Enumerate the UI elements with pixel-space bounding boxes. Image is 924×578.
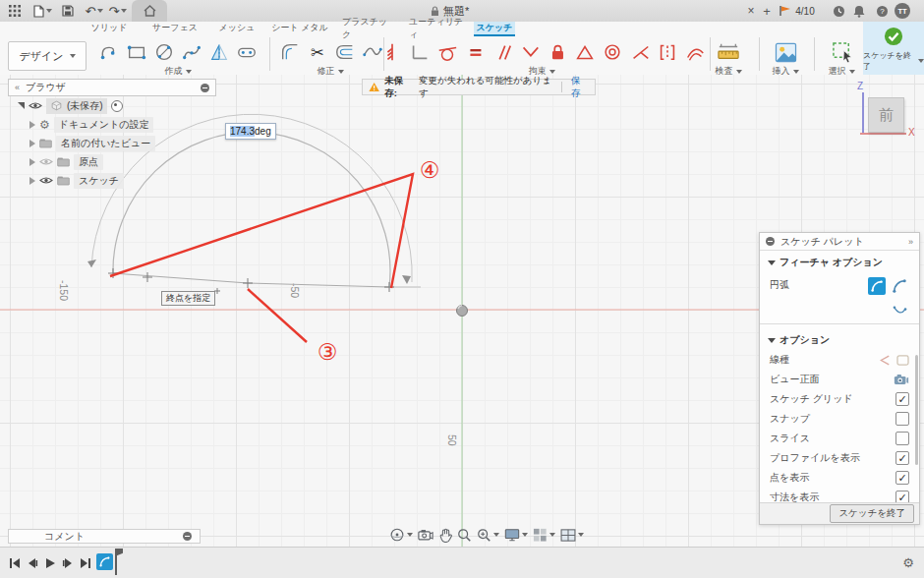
create-rectangle-tool[interactable]: [124, 39, 149, 65]
user-avatar[interactable]: TT: [893, 0, 912, 22]
create-spline-tool[interactable]: [179, 39, 204, 65]
constraint-lock-tool[interactable]: [545, 39, 570, 65]
dock-panel-icon[interactable]: »: [908, 237, 913, 247]
help-button[interactable]: ?: [873, 0, 891, 22]
tab-plastic[interactable]: プラスチック: [342, 22, 395, 34]
constraint-collinear-tool[interactable]: [627, 39, 653, 65]
redo-button[interactable]: ↷: [106, 0, 130, 22]
constraint-horizontal-vertical-tool[interactable]: [407, 39, 433, 65]
panel-menu-icon[interactable]: [183, 532, 192, 541]
show-profile-checkbox[interactable]: [895, 451, 909, 465]
panel-menu-icon[interactable]: [766, 237, 775, 246]
collapse-panel-icon[interactable]: «: [15, 83, 20, 92]
file-menu-button[interactable]: [31, 0, 53, 22]
sketch-grid-checkbox[interactable]: [895, 392, 909, 406]
constraint-concentric-tool[interactable]: [600, 39, 625, 65]
constraint-equal-tool[interactable]: [462, 39, 488, 65]
browser-item-origin[interactable]: 原点: [8, 152, 216, 171]
origin-point[interactable]: [457, 306, 468, 317]
three-point-arc-selected-icon[interactable]: [868, 277, 886, 295]
select-tool[interactable]: [830, 39, 855, 65]
comments-panel[interactable]: コメント: [8, 529, 201, 544]
timeline-step-forward-button[interactable]: [61, 556, 75, 570]
browser-item-document[interactable]: (未保存): [8, 96, 216, 115]
constraint-parallel-tool[interactable]: [490, 39, 515, 65]
constraint-curvature-tool[interactable]: [682, 39, 708, 65]
timeline-marker-flag[interactable]: [115, 549, 123, 556]
timeline-step-back-button[interactable]: [26, 556, 39, 570]
centerline-icon[interactable]: [896, 355, 909, 366]
timeline-go-to-start-button[interactable]: [8, 556, 22, 570]
close-tab-button[interactable]: ×: [743, 0, 759, 22]
collapsed-caret-icon[interactable]: [29, 140, 35, 147]
undo-button[interactable]: ↶: [83, 0, 106, 22]
collapsed-caret-icon[interactable]: [29, 177, 35, 185]
constraint-tangent-tool[interactable]: [434, 39, 460, 65]
collapsed-caret-icon[interactable]: [29, 121, 35, 129]
timeline-play-button[interactable]: [43, 556, 57, 570]
look-at-camera-icon[interactable]: [894, 374, 909, 385]
browser-item-named-views[interactable]: 名前の付いたビュー: [8, 134, 216, 152]
tab-mesh[interactable]: メッシュ: [216, 22, 258, 34]
palette-scrollbar[interactable]: [915, 355, 918, 465]
modify-offset-tool[interactable]: [332, 39, 358, 65]
look-at-tool[interactable]: [418, 529, 433, 541]
panel-menu-icon[interactable]: [201, 84, 209, 92]
tab-solid[interactable]: ソリッド: [87, 22, 132, 34]
design-workspace-dropdown[interactable]: デザイン: [8, 41, 87, 71]
pan-tool[interactable]: [438, 528, 452, 543]
finish-sketch-button[interactable]: スケッチを終了: [863, 22, 924, 75]
collapsed-caret-icon[interactable]: [29, 158, 35, 166]
new-tab-button[interactable]: +: [759, 0, 775, 22]
create-line-tool[interactable]: [96, 39, 122, 65]
notifications-history-button[interactable]: [830, 0, 847, 22]
eye-icon[interactable]: [39, 157, 53, 166]
timeline-go-to-end-button[interactable]: [79, 556, 92, 570]
eye-icon[interactable]: [39, 176, 53, 185]
create-slot-tool[interactable]: [234, 39, 260, 65]
center-point-arc-icon[interactable]: [892, 278, 908, 295]
snap-checkbox[interactable]: [895, 412, 909, 426]
timeline-sketch-feature[interactable]: [96, 553, 113, 570]
active-document-radio[interactable]: [111, 100, 123, 112]
browser-item-document-settings[interactable]: ⚙ ドキュメントの設定: [8, 115, 216, 134]
palette-header[interactable]: スケッチ パレット »: [760, 233, 919, 251]
home-tab[interactable]: [132, 0, 167, 22]
browser-header[interactable]: « ブラウザ: [8, 79, 216, 96]
orbit-tool[interactable]: [389, 527, 413, 543]
modify-trim-tool[interactable]: ✂: [305, 39, 330, 65]
insert-image-tool[interactable]: [773, 39, 798, 65]
notifications-button[interactable]: [850, 0, 868, 22]
tab-utilities[interactable]: ユーティリティ: [409, 22, 466, 34]
tangent-arc-icon[interactable]: [893, 305, 907, 317]
grid-settings-tool[interactable]: [533, 528, 555, 542]
zoom-tool[interactable]: [457, 528, 472, 543]
viewports-tool[interactable]: [560, 529, 584, 542]
browser-item-sketches[interactable]: スケッチ: [8, 171, 216, 190]
finish-sketch-palette-button[interactable]: スケッチを終了: [830, 504, 914, 523]
zoom-window-tool[interactable]: [477, 528, 499, 543]
save-button[interactable]: [59, 0, 77, 22]
inspect-measure-tool[interactable]: [716, 39, 741, 65]
tab-sheetmetal[interactable]: シート メタル: [271, 22, 328, 34]
options-section[interactable]: オプション: [760, 328, 919, 350]
tab-surface[interactable]: サーフェス: [149, 22, 201, 34]
constraint-midpoint-tool[interactable]: [572, 39, 598, 65]
modify-fillet-tool[interactable]: [277, 39, 303, 65]
create-mirror-tool[interactable]: [206, 39, 232, 65]
show-points-checkbox[interactable]: [895, 471, 909, 485]
view-cube[interactable]: 前 Z X: [843, 79, 922, 140]
display-settings-tool[interactable]: [504, 528, 528, 542]
job-status-button[interactable]: 4/10: [779, 0, 816, 22]
timeline-settings-gear-icon[interactable]: ⚙: [902, 555, 914, 570]
slice-checkbox[interactable]: [895, 432, 909, 445]
tab-sketch[interactable]: スケッチ: [474, 22, 515, 36]
constraint-symmetry-tool[interactable]: [655, 39, 680, 65]
eye-icon[interactable]: [29, 101, 42, 110]
app-grid-icon[interactable]: [6, 0, 24, 22]
save-link[interactable]: 保存: [571, 75, 589, 100]
angle-dimension-input[interactable]: 174.3 deg: [225, 123, 276, 140]
expanded-caret-icon[interactable]: [18, 102, 25, 109]
constraint-perpendicular-tool[interactable]: [517, 39, 543, 65]
view-cube-front-face[interactable]: 前: [868, 97, 904, 133]
